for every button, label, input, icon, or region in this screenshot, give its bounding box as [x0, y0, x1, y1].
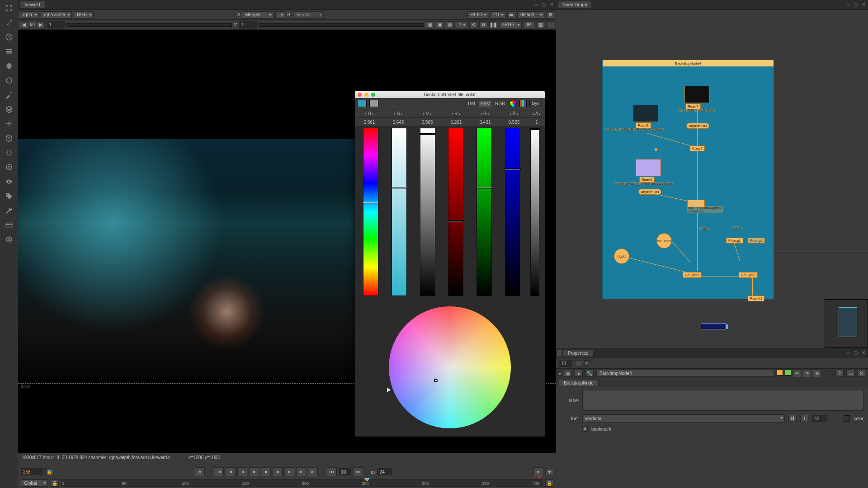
brush-tool-icon[interactable] [4, 17, 14, 28]
overscan-icon[interactable]: ▧ [536, 21, 544, 28]
g-value[interactable]: 0.431 [471, 120, 500, 125]
node-light1[interactable]: Light1 [614, 249, 629, 264]
node-result1[interactable]: Result1 [748, 296, 764, 301]
node-read7[interactable] [684, 86, 710, 103]
maximize-panel-icon[interactable]: ▢ [853, 350, 858, 355]
node-name-field[interactable]: BackdropNode4 [596, 370, 774, 377]
proxy-icon[interactable]: ▤ [446, 21, 454, 28]
layer-dropdown[interactable]: rgba.alpha [41, 11, 72, 19]
timeline-track[interactable]: 0 50 100 150 200 250 300 350 400 409 [61, 479, 542, 487]
picker-titlebar[interactable]: BackdropNode4.tile_color [355, 91, 545, 98]
skip-increment-field[interactable]: 10 [339, 468, 351, 475]
node-subtab[interactable]: BackdropNode [559, 379, 599, 386]
recycle-icon[interactable]: ♻ [479, 21, 487, 28]
properties-grip-icon[interactable] [557, 350, 561, 357]
gamma-slider[interactable] [259, 23, 424, 27]
float-panel-icon[interactable]: ▭ [533, 1, 538, 7]
lut-dropdown[interactable]: sRGB [499, 21, 522, 28]
ring2-tool-icon[interactable] [4, 234, 14, 245]
close-node-panel-icon[interactable]: ✕ [857, 370, 865, 377]
v-slider[interactable] [420, 128, 435, 296]
color-wheel[interactable] [389, 306, 511, 428]
bookmark-checkbox[interactable] [582, 426, 588, 432]
range-scope-dropdown[interactable]: Global [21, 479, 48, 487]
next-keyframe-button[interactable] [296, 467, 306, 476]
swatches-toggle-icon[interactable] [519, 100, 527, 107]
color-wheel-toggle-icon[interactable] [509, 100, 517, 107]
prev-keyframe-button[interactable] [226, 467, 236, 476]
playback-options-icon[interactable]: ▾ [545, 468, 553, 475]
node-tilecolor-swatch[interactable] [777, 369, 783, 375]
font-color-swatch[interactable] [844, 415, 850, 422]
view-in-node-icon[interactable]: ● [575, 370, 583, 377]
layers-tool-icon[interactable] [4, 104, 14, 115]
b-label[interactable]: ‹ B › [500, 111, 528, 116]
skip-fwd-button[interactable] [353, 467, 363, 476]
h-slider[interactable] [363, 128, 378, 296]
snowflake-button[interactable]: ❄ [195, 467, 205, 476]
redo-icon[interactable]: ↷ [803, 369, 811, 377]
goto-first-button[interactable] [214, 467, 224, 476]
dyn-button[interactable]: Dyn [529, 100, 542, 107]
sphere-tool-icon[interactable] [4, 61, 14, 71]
skip-back-button[interactable] [327, 467, 337, 476]
node-relight1[interactable]: ReLight1 [683, 272, 702, 278]
wipe-dropdown[interactable]: - [275, 11, 285, 19]
select-tool-icon[interactable] [4, 3, 14, 14]
s-label[interactable]: ‹ S › [384, 111, 413, 116]
knife-tool-icon[interactable] [4, 89, 14, 100]
cube-tool-icon[interactable] [4, 133, 14, 144]
node-phong2[interactable]: Phong2 [748, 238, 765, 244]
node-phong1[interactable]: Phong1 [726, 238, 743, 244]
selected-node-strip[interactable] [701, 323, 726, 329]
ip-button[interactable]: IP [524, 21, 534, 28]
s-value[interactable]: 0.645 [384, 120, 413, 125]
g-label[interactable]: ‹ G › [471, 111, 500, 116]
help-icon[interactable]: ? [835, 370, 844, 377]
v-label[interactable]: ‹ V › [413, 111, 442, 116]
node-graph-minimap[interactable] [825, 299, 868, 348]
card-tool-icon[interactable] [4, 220, 14, 230]
color-wheel-point[interactable] [434, 379, 438, 382]
a-slider[interactable] [530, 128, 539, 296]
node-unpremult2[interactable]: Unpremult1 [638, 189, 661, 195]
next-frame-icon[interactable]: ▶ [37, 21, 45, 28]
node-read9-thumb[interactable] [636, 159, 661, 176]
v-value[interactable]: 0.565 [413, 120, 442, 125]
wrench-tool-icon[interactable] [4, 205, 14, 216]
proxy-dropdown[interactable]: 1 [456, 21, 467, 28]
r-slider[interactable] [448, 128, 463, 296]
color-swatch-previous[interactable] [369, 100, 378, 107]
italic-button[interactable]: I [800, 415, 808, 422]
channel-dropdown[interactable]: rgba [20, 11, 39, 19]
viewer-tab[interactable]: Viewer1 [20, 1, 45, 8]
close-panel-icon[interactable]: ✕ [861, 350, 866, 355]
pause-render-icon[interactable]: ❚❚ [489, 21, 497, 28]
revert-icon[interactable]: ⟲ [813, 369, 821, 377]
nodegraph-tab[interactable]: Node Graph [558, 1, 591, 8]
s-slider[interactable] [392, 128, 407, 296]
range-lock-icon[interactable]: 🔒 [51, 479, 59, 487]
r-label[interactable]: ‹ R › [442, 111, 471, 116]
center-node-icon[interactable]: ◎ [564, 370, 572, 377]
lock-frame-icon[interactable]: 🔒 [45, 468, 53, 475]
node-expression[interactable]: sh3_0000 [656, 233, 672, 249]
wrench-node-icon[interactable]: 🔧 [585, 370, 594, 377]
fstop-field[interactable]: 1 [47, 21, 65, 28]
roi-icon[interactable]: ▣ [436, 21, 444, 28]
lock-properties-icon[interactable] [575, 360, 581, 366]
node-read8-thumb[interactable] [633, 105, 658, 122]
tag-tool-icon[interactable] [4, 191, 14, 202]
refresh-icon[interactable]: ⟲ [469, 21, 477, 28]
b-value[interactable]: 0.565 [500, 120, 528, 125]
float-node-panel-icon[interactable]: ▭ [846, 370, 854, 377]
range-lock-end-icon[interactable]: 🔒 [545, 479, 553, 487]
play-reverse-button[interactable] [237, 467, 247, 476]
node-glcolor-swatch[interactable] [785, 369, 791, 375]
prev-frame-icon[interactable]: ◀ [20, 21, 28, 28]
a-label[interactable]: ‹ A › [528, 111, 545, 116]
viewer-settings-icon[interactable]: ⚙ [546, 11, 554, 19]
zebra-icon[interactable] [546, 21, 554, 28]
stereo-dropdown[interactable]: default [517, 11, 544, 19]
d-ring-tool-icon[interactable]: D [4, 162, 14, 173]
